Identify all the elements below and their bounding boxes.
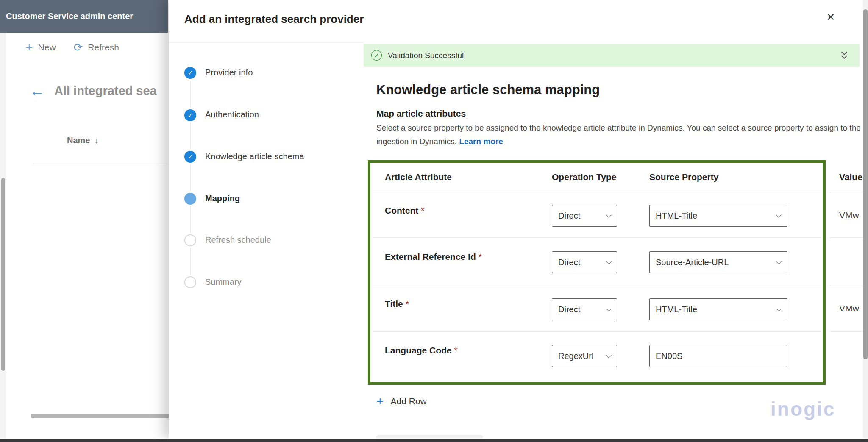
step-dot-summary[interactable] — [184, 276, 196, 288]
step-dot-mapping[interactable] — [184, 193, 196, 205]
horizontal-scrollbar-thumb[interactable] — [31, 414, 170, 418]
step-summary[interactable]: Summary — [205, 277, 242, 287]
attribute-name: Language Code — [385, 345, 452, 355]
value-cell-content: VMw — [839, 210, 863, 220]
refresh-button-label: Refresh — [88, 42, 119, 53]
close-button[interactable]: ✕ — [821, 8, 840, 26]
plus-icon: + — [25, 42, 33, 53]
content-description: Select a source property to be assigned … — [376, 121, 863, 148]
description-line-2: ingestion in Dynamics. Learn more — [376, 135, 863, 148]
content-heading: Knowledge article schema mapping — [376, 82, 600, 97]
table-header-divider — [33, 163, 168, 163]
step-connector — [190, 206, 191, 233]
refresh-icon: ⟳ — [74, 42, 83, 53]
required-asterisk: * — [421, 206, 424, 215]
dropdown-value: RegexUrl — [558, 351, 604, 361]
app-title: Customer Service admin center — [6, 11, 133, 21]
stepper-header-divider — [169, 42, 364, 43]
attribute-name: Content — [385, 206, 418, 215]
modal-scrollbar-thumb[interactable] — [863, 9, 868, 359]
dialog-title: Add an integrated search provider — [184, 13, 364, 26]
row-divider — [830, 193, 863, 193]
operation-type-dropdown-content[interactable]: Direct — [552, 205, 617, 227]
success-check-icon: ✓ — [371, 50, 382, 61]
required-asterisk: * — [454, 345, 458, 355]
row-label-content: Content* — [385, 206, 425, 216]
step-connector — [190, 248, 191, 275]
step-knowledge-article-schema[interactable]: Knowledge article schema — [205, 152, 304, 161]
chevron-down-icon — [841, 53, 847, 59]
language-code-value-input[interactable] — [649, 345, 787, 367]
left-scrollbar-thumb[interactable] — [1, 178, 5, 371]
row-divider — [373, 331, 821, 332]
step-dot-refresh-schedule[interactable] — [184, 234, 196, 246]
dropdown-value: HTML-Title — [656, 305, 773, 314]
page-title: All integrated sea — [54, 84, 168, 98]
step-dot-authentication[interactable]: ✓ — [184, 109, 196, 121]
operation-type-dropdown-external-reference-id[interactable]: Direct — [552, 251, 617, 273]
description-line-2-text: ingestion in Dynamics. — [376, 137, 457, 146]
row-divider — [373, 285, 821, 285]
check-icon: ✓ — [188, 111, 193, 119]
chevron-down-icon — [606, 353, 612, 358]
dropdown-value: Direct — [558, 211, 604, 221]
description-line-1: Select a source property to be assigned … — [376, 121, 863, 135]
partially-visible-button[interactable] — [376, 435, 483, 439]
source-property-dropdown-external-reference-id[interactable]: Source-Article-URL — [649, 251, 787, 273]
validation-banner-text: Validation Successful — [388, 51, 464, 60]
column-header-article-attribute: Article Attribute — [385, 172, 452, 182]
name-column-header[interactable]: Name ↓ — [67, 136, 98, 145]
dropdown-value: HTML-Title — [656, 211, 773, 221]
chevron-down-icon — [776, 306, 782, 311]
inogic-watermark-logo: inogic — [771, 398, 835, 420]
dropdown-value: Direct — [558, 305, 604, 314]
screen: Customer Service admin center + New ⟳ Re… — [0, 0, 868, 442]
check-icon: ✓ — [188, 69, 193, 77]
source-property-dropdown-content[interactable]: HTML-Title — [649, 205, 787, 227]
row-divider — [373, 237, 821, 238]
step-refresh-schedule[interactable]: Refresh schedule — [205, 235, 271, 245]
column-header-source-property: Source Property — [649, 172, 718, 182]
double-chevron-icon[interactable] — [841, 49, 849, 61]
step-connector — [190, 122, 191, 149]
column-header-value: Value — [839, 172, 863, 182]
source-property-dropdown-title[interactable]: HTML-Title — [649, 298, 787, 320]
step-dot-knowledge-article-schema[interactable]: ✓ — [184, 151, 196, 163]
name-column-label: Name — [67, 136, 90, 145]
new-button-label: New — [38, 42, 56, 53]
command-bar: + New ⟳ Refresh — [0, 37, 168, 58]
operation-type-dropdown-title[interactable]: Direct — [552, 298, 617, 320]
chevron-down-icon — [776, 212, 782, 218]
row-divider — [373, 193, 821, 193]
dropdown-value: Source-Article-URL — [656, 258, 773, 267]
back-arrow-icon[interactable]: ← — [30, 83, 45, 98]
attribute-name: External Reference Id — [385, 252, 476, 261]
add-search-provider-dialog: Add an integrated search provider ✕ ✓ Pr… — [169, 0, 868, 439]
step-mapping[interactable]: Mapping — [205, 194, 240, 203]
refresh-button[interactable]: ⟳ Refresh — [61, 39, 124, 56]
value-cell-title: VMw — [839, 303, 863, 314]
new-button[interactable]: + New — [0, 39, 61, 56]
learn-more-link[interactable]: Learn more — [459, 137, 503, 146]
chevron-down-icon — [606, 212, 612, 218]
check-icon: ✓ — [188, 153, 193, 161]
chevron-down-icon — [606, 306, 612, 311]
close-icon: ✕ — [826, 11, 835, 23]
plus-icon: + — [376, 395, 384, 408]
step-authentication[interactable]: Authentication — [205, 110, 259, 120]
step-provider-info[interactable]: Provider info — [205, 68, 253, 78]
content-subheading: Map article attributes — [376, 108, 466, 119]
sort-descending-icon: ↓ — [94, 136, 98, 145]
operation-type-dropdown-language-code[interactable]: RegexUrl — [552, 345, 617, 367]
add-row-button[interactable]: + Add Row — [376, 395, 427, 408]
attribute-name: Title — [385, 299, 403, 309]
step-connector — [190, 81, 191, 108]
step-dot-provider-info[interactable]: ✓ — [184, 67, 196, 79]
dropdown-value: Direct — [558, 258, 604, 267]
add-row-label: Add Row — [391, 396, 427, 406]
column-header-operation-type: Operation Type — [552, 172, 616, 182]
chevron-down-icon — [606, 259, 612, 264]
check-glyph: ✓ — [374, 52, 379, 59]
chevron-down-icon — [776, 259, 782, 264]
required-asterisk: * — [479, 252, 482, 261]
